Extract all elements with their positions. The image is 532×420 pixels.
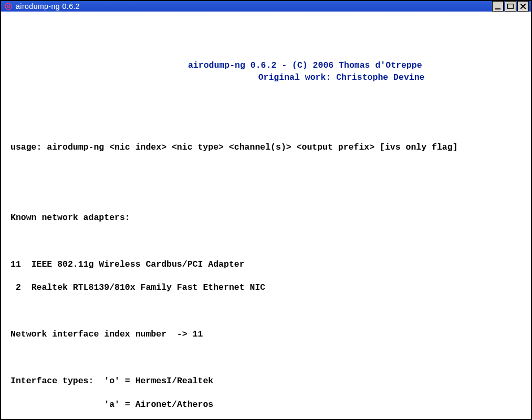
console-area[interactable]: airodump-ng 0.6.2 - (C) 2006 Thomas d'Ot…: [1, 12, 531, 419]
svg-point-1: [7, 5, 10, 8]
header-block: airodump-ng 0.6.2 - (C) 2006 Thomas d'Ot…: [11, 60, 521, 83]
blank-5: [11, 235, 521, 247]
window-buttons: [492, 1, 531, 12]
blank-3: [11, 165, 521, 177]
blank-2: [11, 119, 521, 130]
window-title: airodump-ng 0.6.2: [16, 2, 80, 10]
adapters-title: Known network adapters:: [11, 212, 521, 224]
close-button[interactable]: [517, 1, 529, 12]
app-icon: [4, 2, 13, 10]
header-line-1: airodump-ng 0.6.2 - (C) 2006 Thomas d'Ot…: [11, 60, 521, 71]
blank-7: [11, 352, 521, 364]
maximize-button[interactable]: [505, 1, 516, 12]
iface-types-2: 'a' = Aironet/Atheros: [11, 399, 521, 411]
svg-point-0: [5, 3, 12, 9]
blank-1: [11, 95, 521, 107]
svg-rect-3: [508, 4, 514, 9]
svg-rect-2: [495, 8, 500, 9]
prompt-index: Network interface index number -> 11: [11, 329, 521, 340]
titlebar: airodump-ng 0.6.2: [1, 1, 531, 12]
usage-line: usage: airodump-ng <nic index> <nic type…: [11, 142, 521, 153]
adapter-row-2: 2 Realtek RTL8139/810x Family Fast Ether…: [11, 282, 521, 293]
blank-6: [11, 306, 521, 317]
app-window: airodump-ng 0.6.2 airodump-ng 0.6.2 - (C…: [0, 0, 532, 420]
minimize-button[interactable]: [492, 1, 504, 12]
iface-types-1: Interface types: 'o' = HermesI/Realtek: [11, 375, 521, 387]
header-line-2: Original work: Christophe Devine: [11, 72, 521, 83]
blank-4: [11, 188, 521, 200]
adapter-row-1: 11 IEEE 802.11g Wireless Cardbus/PCI Ada…: [11, 259, 521, 270]
